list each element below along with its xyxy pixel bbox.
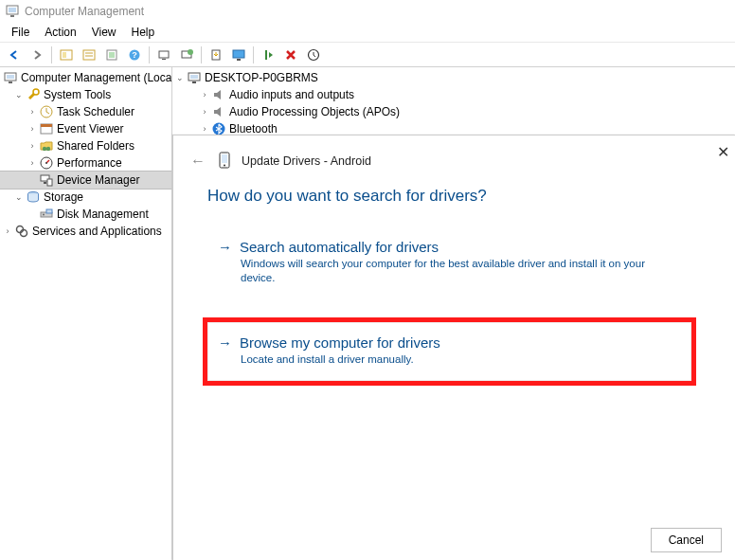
svg-rect-23 <box>9 81 12 83</box>
tree-system-tools[interactable]: ⌄ System Tools <box>0 86 171 103</box>
shared-folder-icon <box>39 138 54 154</box>
expand-icon[interactable]: › <box>27 107 38 117</box>
tree-label: Event Viewer <box>57 122 123 135</box>
tree-label: Disk Management <box>57 208 149 221</box>
toolbar-export-button[interactable] <box>101 45 122 65</box>
management-tree[interactable]: Computer Management (Local ⌄ System Tool… <box>0 69 171 240</box>
toolbar-scan-button[interactable] <box>153 45 174 65</box>
svg-rect-4 <box>63 52 66 58</box>
toolbar-update-button[interactable] <box>176 45 197 65</box>
device-audio-io[interactable]: › Audio inputs and outputs <box>172 86 735 103</box>
toolbar-install-button[interactable] <box>206 45 226 65</box>
option-search-auto[interactable]: → Search automatically for drivers Windo… <box>207 226 691 299</box>
expand-icon[interactable]: › <box>27 141 38 151</box>
toolbar-separator <box>149 46 150 63</box>
option-description: Locate and install a driver manually. <box>241 352 648 367</box>
device-audio-apo[interactable]: › Audio Processing Objects (APOs) <box>172 103 735 120</box>
clock-icon <box>39 104 54 119</box>
speaker-icon <box>211 87 226 102</box>
tree-performance[interactable]: › Performance <box>0 154 171 172</box>
arrow-right-icon: → <box>218 334 232 351</box>
device-tree[interactable]: ⌄ DESKTOP-P0GBRMS › Audio inputs and out… <box>172 69 735 137</box>
tree-label: Storage <box>44 190 83 204</box>
svg-rect-2 <box>10 15 14 17</box>
svg-rect-38 <box>46 209 52 213</box>
tree-label: Audio Processing Objects (APOs) <box>229 105 400 118</box>
toolbar-separator <box>51 46 52 63</box>
dialog-back-button[interactable]: ← <box>187 149 209 173</box>
tree-label: Shared Folders <box>57 139 134 153</box>
toolbar-enable-button[interactable] <box>258 45 278 65</box>
dialog-question: How do you want to search for drivers? <box>173 181 735 226</box>
toolbar-back-button[interactable] <box>4 45 25 65</box>
computer-icon <box>187 70 202 85</box>
device-icon <box>219 152 232 171</box>
cancel-button[interactable]: Cancel <box>651 528 722 552</box>
titlebar: Computer Management <box>0 0 735 23</box>
tree-task-scheduler[interactable]: › Task Scheduler <box>0 103 171 120</box>
menu-help[interactable]: Help <box>124 24 163 41</box>
svg-text:?: ? <box>132 50 137 60</box>
expand-icon[interactable]: › <box>199 90 210 99</box>
tree-label: Device Manager <box>57 173 139 187</box>
event-icon <box>39 121 54 136</box>
svg-rect-27 <box>41 124 52 127</box>
expand-icon[interactable]: › <box>27 158 38 168</box>
tree-label: Task Scheduler <box>57 105 134 118</box>
update-drivers-dialog: ✕ ← Update Drivers - Android How do you … <box>172 135 735 560</box>
expand-icon[interactable]: › <box>2 226 13 236</box>
dialog-title: Update Drivers - Android <box>242 154 371 168</box>
svg-rect-1 <box>9 8 16 12</box>
toolbar-forward-button[interactable] <box>27 45 47 65</box>
toolbar-scan-hardware-button[interactable] <box>303 45 324 65</box>
svg-rect-42 <box>190 75 198 79</box>
toolbar-monitor-button[interactable] <box>228 45 249 65</box>
tree-label: Services and Applications <box>32 225 162 238</box>
svg-rect-43 <box>192 81 196 83</box>
svg-rect-9 <box>109 52 115 58</box>
tree-device-manager[interactable]: Device Manager <box>0 172 171 189</box>
tree-event-viewer[interactable]: › Event Viewer <box>0 120 171 137</box>
toolbar-help-button[interactable]: ? <box>124 45 145 65</box>
device-manager-icon <box>39 172 54 188</box>
expand-icon[interactable]: › <box>27 124 38 134</box>
svg-point-40 <box>21 230 27 237</box>
svg-rect-22 <box>7 75 14 79</box>
tree-root[interactable]: Computer Management (Local <box>0 69 171 86</box>
tools-icon <box>26 87 41 102</box>
device-tree-root[interactable]: ⌄ DESKTOP-P0GBRMS <box>172 69 735 86</box>
toolbar-properties-button[interactable] <box>79 45 99 65</box>
tree-label: DESKTOP-P0GBRMS <box>205 71 318 84</box>
tree-label: Bluetooth <box>229 122 278 135</box>
svg-point-24 <box>33 89 39 95</box>
svg-rect-13 <box>162 59 166 60</box>
arrow-right-icon: → <box>218 239 232 255</box>
tree-services-apps[interactable]: › Services and Applications <box>0 223 171 240</box>
window-title: Computer Management <box>25 5 144 18</box>
menu-view[interactable]: View <box>84 24 124 41</box>
tree-storage[interactable]: ⌄ Storage <box>0 189 171 206</box>
collapse-icon[interactable]: ⌄ <box>174 73 186 82</box>
services-icon <box>14 224 29 239</box>
collapse-icon[interactable]: ⌄ <box>13 90 25 99</box>
svg-point-29 <box>46 147 50 151</box>
toolbar-uninstall-button[interactable] <box>280 45 301 65</box>
expand-icon[interactable]: › <box>199 107 210 117</box>
option-description: Windows will search your computer for th… <box>241 257 648 285</box>
tree-shared-folders[interactable]: › Shared Folders <box>0 137 171 154</box>
option-browse-manual[interactable]: → Browse my computer for drivers Locate … <box>207 322 691 381</box>
expand-icon[interactable]: › <box>199 124 210 134</box>
disk-mgmt-icon <box>39 207 54 222</box>
collapse-icon[interactable]: ⌄ <box>13 192 25 202</box>
svg-rect-18 <box>237 59 241 61</box>
tree-disk-management[interactable]: Disk Management <box>0 206 171 223</box>
menu-file[interactable]: File <box>4 24 37 41</box>
tree-label: Performance <box>57 156 122 170</box>
dialog-close-button[interactable]: ✕ <box>711 141 735 163</box>
option-title: Browse my computer for drivers <box>240 334 440 351</box>
tree-label: Computer Management (Local <box>21 71 172 84</box>
tree-label: System Tools <box>44 88 111 101</box>
menu-action[interactable]: Action <box>37 24 83 41</box>
computer-mgmt-icon <box>3 70 18 85</box>
toolbar-show-hide-button[interactable] <box>56 45 77 65</box>
